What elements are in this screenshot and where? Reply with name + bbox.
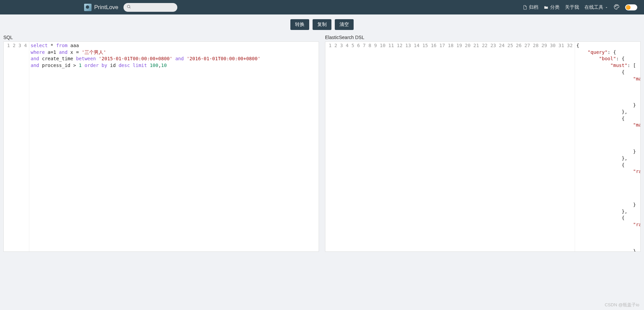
- panels: SQL 1 2 3 4 select * from aaa where a=1 …: [3, 35, 641, 252]
- nav-about-label: 关于我: [565, 4, 579, 10]
- nav-tools[interactable]: 在线工具: [584, 4, 608, 10]
- nav-right: 归档 分类 关于我 在线工具: [523, 4, 637, 11]
- dsl-panel: ElasticSearch DSL 1 2 3 4 5 6 7 8 9 10 1…: [325, 35, 641, 252]
- nav-about[interactable]: 关于我: [565, 4, 579, 10]
- nav-tools-label: 在线工具: [584, 4, 603, 10]
- search-input[interactable]: [123, 3, 177, 12]
- search-icon: [127, 4, 131, 10]
- search-wrap: [123, 3, 177, 12]
- dsl-editor[interactable]: 1 2 3 4 5 6 7 8 9 10 11 12 13 14 15 16 1…: [325, 41, 641, 252]
- folder-icon: [544, 5, 548, 10]
- navbar: PrintLove 归档 分类 关于我 在线工具: [0, 0, 644, 14]
- brand-logo-icon: [84, 4, 92, 11]
- sql-panel: SQL 1 2 3 4 select * from aaa where a=1 …: [3, 35, 319, 252]
- svg-point-0: [127, 5, 130, 8]
- nav-category[interactable]: 分类: [544, 4, 560, 10]
- nav-left: PrintLove: [84, 3, 177, 12]
- dsl-code[interactable]: { "query": { "bool": { "must": [ { "matc…: [575, 42, 641, 251]
- sql-panel-title: SQL: [3, 35, 319, 40]
- sql-gutter: 1 2 3 4: [4, 42, 29, 251]
- nav-archive[interactable]: 归档: [523, 4, 538, 10]
- file-icon: [523, 5, 527, 10]
- svg-point-3: [616, 5, 616, 6]
- sql-editor[interactable]: 1 2 3 4 select * from aaa where a=1 and …: [3, 41, 319, 252]
- dsl-gutter: 1 2 3 4 5 6 7 8 9 10 11 12 13 14 15 16 1…: [325, 42, 575, 251]
- svg-point-4: [617, 5, 618, 6]
- brand[interactable]: PrintLove: [84, 4, 118, 11]
- svg-line-1: [130, 7, 131, 8]
- main: 转换 复制 清空 SQL 1 2 3 4 select * from aaa w…: [0, 14, 644, 252]
- sun-icon: [626, 5, 631, 10]
- brand-text: PrintLove: [94, 4, 118, 11]
- clear-button[interactable]: 清空: [335, 19, 354, 30]
- svg-point-2: [615, 6, 616, 7]
- palette-icon: [613, 4, 620, 11]
- theme-toggle[interactable]: [625, 4, 637, 10]
- dsl-panel-title: ElasticSearch DSL: [325, 35, 641, 40]
- nav-category-label: 分类: [550, 4, 560, 10]
- sql-code[interactable]: select * from aaa where a=1 and x = '三个男…: [29, 42, 319, 251]
- nav-archive-label: 归档: [529, 4, 538, 10]
- convert-button[interactable]: 转换: [290, 19, 309, 30]
- palette-button[interactable]: [613, 4, 620, 11]
- copy-button[interactable]: 复制: [313, 19, 331, 30]
- action-bar: 转换 复制 清空: [3, 14, 641, 35]
- chevron-down-icon: [605, 5, 608, 10]
